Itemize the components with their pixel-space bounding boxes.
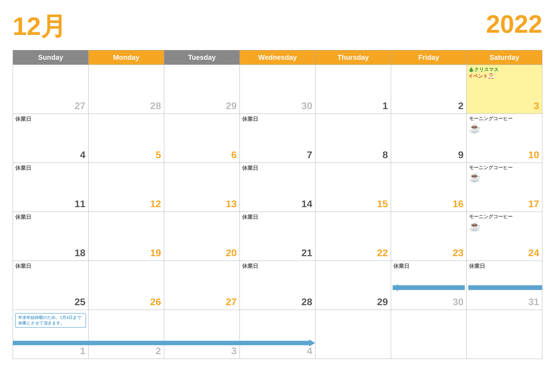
calendar-header: 12月 2022 [13,9,542,44]
cell-dec9: 9 [391,114,467,163]
date-nov29: 29 [226,100,237,111]
cell-dec12: 12 [88,163,164,212]
calendar-table: Sunday Monday Tuesday Wednesday Thursday… [13,50,542,359]
cell-dec3: 🎄クリスマス イベント🎅 3 [467,65,542,114]
kyuujitsu-dec11: 休業日 [15,164,86,172]
date-dec22: 22 [377,247,388,258]
date-dec18: 18 [74,247,85,258]
kyuujitsu-dec14: 休業日 [242,164,313,172]
date-dec17: 17 [528,198,539,209]
date-dec3: 3 [534,100,539,111]
cell-jan3: 3 [164,310,240,359]
header-wednesday: Wednesday [240,50,315,65]
cell-dec17: モーニングコーヒー ☕ 17 [467,163,542,212]
date-dec6: 6 [231,149,237,160]
date-dec15: 15 [377,198,388,209]
kyuujitsu-dec31: 休業日 [469,263,540,270]
arrow-segment-jan2 [88,341,164,345]
cell-nov30: 30 [240,65,315,114]
cell-dec10: モーニングコーヒー ☕ 10 [467,114,542,163]
header-sunday: Sunday [13,50,88,65]
date-dec25: 25 [74,296,85,307]
cell-dec23: 23 [391,212,467,261]
date-dec30: 30 [453,296,464,307]
cell-dec21: 休業日 21 [240,212,315,261]
cell-dec7: 休業日 7 [240,114,315,163]
cell-empty-5 [315,310,391,359]
date-jan3: 3 [231,345,237,356]
cell-dec13: 13 [164,163,240,212]
month-title: 12月 [13,9,66,44]
date-dec9: 9 [458,149,464,160]
cell-dec16: 16 [391,163,467,212]
date-nov30: 30 [301,100,312,111]
date-dec16: 16 [453,198,464,209]
header-thursday: Thursday [315,50,391,65]
note-area: 年末年始休暇のため、1月4日まで休業とさせて頂きます。 [15,313,86,328]
christmas-line1: 🎄クリスマス [468,66,499,73]
cell-dec27: 27 [164,261,240,310]
date-jan2: 2 [156,345,161,356]
date-dec29: 29 [377,296,388,307]
cell-dec2: 2 [391,65,467,114]
cell-nov29: 29 [164,65,240,114]
kyuujitsu-dec25: 休業日 [15,263,86,270]
cell-dec8: 8 [315,114,391,163]
header-friday: Friday [391,50,467,65]
cell-dec1: 1 [315,65,391,114]
kyuujitsu-dec7: 休業日 [242,115,313,123]
kyuujitsu-dec28: 休業日 [242,263,313,270]
date-dec19: 19 [150,247,161,258]
coffee-icon-dec10: ☕ [469,122,540,134]
christmas-line2: イベント🎅 [468,73,499,79]
christmas-event: 🎄クリスマス イベント🎅 [468,66,499,79]
date-dec20: 20 [226,247,237,258]
week-row-5: 年末年始休暇のため、1月4日まで休業とさせて頂きます。 1 2 3 4 [13,310,542,359]
cell-dec18: 休業日 18 [13,212,88,261]
morning-coffee-dec10: モーニングコーヒー [469,115,540,121]
cell-jan2: 2 [88,310,164,359]
date-jan4: 4 [307,345,312,356]
kyuujitsu-dec4: 休業日 [15,115,86,123]
kyuujitsu-dec21: 休業日 [242,214,313,221]
coffee-icon-dec17: ☕ [469,171,540,183]
week-row-0: 27 28 29 30 1 2 🎄クリスマス イベント🎅 [13,65,542,114]
arrow-segment-jan3 [164,341,240,345]
cell-dec11: 休業日 11 [13,163,88,212]
note-text: 年末年始休暇のため、1月4日まで休業とさせて頂きます。 [15,313,86,328]
date-dec2: 2 [458,100,464,111]
cell-dec31: 休業日 31 [467,261,542,310]
date-dec28: 28 [301,296,312,307]
year-title: 2022 [486,9,542,39]
date-nov28: 28 [150,100,161,111]
week-row-1: 休業日 4 5 6 休業日 7 8 9 モーニングコーヒー ☕ 10 [13,114,542,163]
date-dec12: 12 [150,198,161,209]
arrow-right-dec31 [468,285,542,290]
arrow-segment-jan1 [13,341,89,345]
cell-empty-7 [467,310,542,359]
cell-dec6: 6 [164,114,240,163]
header-tuesday: Tuesday [164,50,240,65]
date-nov27: 27 [74,100,85,111]
cell-dec4: 休業日 4 [13,114,88,163]
cell-nov27: 27 [13,65,88,114]
cell-dec20: 20 [164,212,240,261]
cell-nov28: 28 [88,65,164,114]
week-row-2: 休業日 11 12 13 休業日 14 15 16 モーニングコーヒー ☕ [13,163,542,212]
header-monday: Monday [88,50,164,65]
date-dec11: 11 [74,198,85,209]
cell-dec22: 22 [315,212,391,261]
date-dec26: 26 [150,296,161,307]
date-dec8: 8 [383,149,388,160]
date-jan1: 1 [80,345,85,356]
date-dec23: 23 [453,247,464,258]
cell-dec30: 休業日 30 [391,261,467,310]
date-dec7: 7 [307,149,312,160]
date-dec21: 21 [301,247,312,258]
kyuujitsu-dec18: 休業日 [15,214,86,221]
morning-coffee-dec24: モーニングコーヒー [469,214,540,220]
header-row: Sunday Monday Tuesday Wednesday Thursday… [13,50,542,65]
cell-dec19: 19 [88,212,164,261]
cell-dec28: 休業日 28 [240,261,315,310]
cell-dec24: モーニングコーヒー ☕ 24 [467,212,542,261]
